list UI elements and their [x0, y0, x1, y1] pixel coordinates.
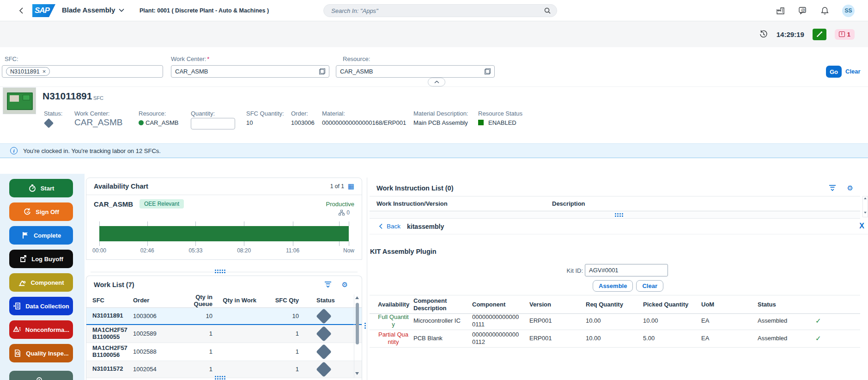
- status-diamond-icon: [316, 362, 332, 377]
- vertical-splitter[interactable]: [367, 178, 367, 380]
- close-icon[interactable]: X: [859, 222, 864, 230]
- sfc-quantity-value: 10: [246, 119, 253, 126]
- material-description-label: Material Description:: [413, 110, 468, 117]
- component-button[interactable]: Component: [9, 273, 73, 292]
- scroll-up-icon[interactable]: [355, 296, 359, 299]
- right-panel: Work Instruction List (0) ⚙ Work Instruc…: [370, 178, 868, 380]
- complete-button[interactable]: Complete: [9, 226, 73, 245]
- global-search-input[interactable]: Search In: "Apps": [323, 4, 557, 17]
- assembled-check-icon: ✓: [815, 315, 860, 327]
- app-title-menu[interactable]: Blade Assembly: [62, 6, 124, 14]
- grid-view-icon[interactable]: ▦: [348, 182, 354, 190]
- sfc-number: N31011891: [42, 91, 92, 102]
- collapse-header-button[interactable]: [428, 78, 445, 86]
- user-avatar[interactable]: SS: [842, 5, 855, 17]
- horizontal-splitter[interactable]: [370, 211, 860, 219]
- resource-input[interactable]: CAR_ASMB: [336, 65, 495, 78]
- value-help-icon[interactable]: [485, 68, 491, 74]
- scroll-down-icon[interactable]: [864, 212, 867, 214]
- assembled-check-icon: ✓: [815, 332, 860, 344]
- filter-icon[interactable]: [324, 281, 332, 288]
- kit-component-row[interactable]: Partial Quantity PCB Blank 0000000000000…: [370, 329, 860, 348]
- top-icon-group: @ SS: [776, 0, 855, 21]
- work-center-input[interactable]: CAR_ASMB: [171, 65, 329, 78]
- robot-arm-icon: [18, 278, 26, 287]
- work-list-scrollbar[interactable]: [354, 294, 360, 378]
- plugin-tab-title: kitassembly: [407, 223, 444, 230]
- sidebar-action-partial[interactable]: [9, 371, 73, 380]
- plant-facilities-icon[interactable]: [776, 6, 785, 15]
- material-label: Material:: [322, 110, 345, 117]
- start-button[interactable]: Start: [9, 179, 73, 197]
- work-list-panel: Work List (7) ⚙ SFC Order Qty in Queue Q…: [86, 276, 362, 380]
- chart-tick-label: 00:00: [92, 247, 106, 254]
- settings-gear-icon[interactable]: ⚙: [847, 184, 853, 192]
- kit-assembly-plugin-heading: KIT Assembly Plugin: [370, 248, 437, 255]
- work-center-value: CAR_ASMB: [74, 117, 123, 128]
- sfc-field-label: SFC:: [5, 55, 18, 62]
- panel-resize-handle[interactable]: [215, 270, 225, 273]
- sfc-token[interactable]: N31011891 ×: [6, 67, 50, 76]
- work-instruction-header: Work Instruction/Version Description: [370, 196, 860, 211]
- sign-off-icon: [23, 208, 31, 216]
- go-button[interactable]: Go: [826, 66, 842, 78]
- availability-timeline-chart[interactable]: 00:0002:4605:3308:2011:06Now: [99, 221, 349, 247]
- history-icon[interactable]: [759, 30, 768, 39]
- resource-status-label: Resource Status: [478, 110, 522, 117]
- message-badge[interactable]: ! 1: [835, 29, 855, 40]
- availability-status: Full Quantity: [378, 312, 413, 330]
- plugin-status-icon[interactable]: [813, 29, 826, 40]
- scroll-up-icon[interactable]: [864, 197, 867, 199]
- nonconformance-button[interactable]: Nonconforma...: [9, 320, 73, 339]
- chart-tick-label: 08:20: [237, 247, 251, 254]
- scroll-down-icon[interactable]: [355, 372, 359, 375]
- back-icon[interactable]: [18, 6, 26, 15]
- data-collection-button[interactable]: Data Collection: [9, 297, 73, 315]
- search-icon[interactable]: [544, 7, 551, 14]
- notifications-bell-icon[interactable]: [820, 6, 829, 15]
- feedback-chat-icon[interactable]: @: [798, 6, 807, 15]
- quantity-label: Quantity:: [191, 110, 215, 117]
- kit-component-row[interactable]: Full Quantity Microcontroller IC 0000000…: [370, 312, 860, 330]
- assemble-button[interactable]: Assemble: [593, 280, 633, 292]
- panel-resize-handle[interactable]: [215, 376, 225, 380]
- work-list-row[interactable]: MA1CH2F57B1100056 1002588 1 1: [86, 343, 362, 361]
- value-help-icon[interactable]: [319, 68, 325, 74]
- work-list-row[interactable]: MA1CH2F57B1100055 1002589 1 1: [86, 325, 362, 343]
- token-remove-icon[interactable]: ×: [42, 68, 46, 75]
- alert-message-icon: !: [839, 31, 845, 37]
- clear-button[interactable]: Clear: [845, 68, 861, 75]
- chevron-left-icon[interactable]: [379, 223, 383, 229]
- resource-field-label: Resource:: [343, 55, 370, 62]
- chart-tick-label: 02:46: [140, 247, 154, 254]
- quality-inspection-button[interactable]: Quality Inspe...: [9, 344, 73, 362]
- status-bar: 14:29:19 ! 1: [0, 21, 868, 47]
- work-instruction-scrollbar[interactable]: [862, 196, 868, 217]
- status-diamond-icon: [316, 308, 332, 324]
- flag-icon: [21, 231, 30, 239]
- kit-id-input[interactable]: AGV#0001: [585, 264, 668, 276]
- plugin-header-row: Back kitassembly X: [370, 219, 868, 234]
- productive-status-label: Productive: [326, 201, 354, 208]
- splitter-handle[interactable]: [364, 323, 366, 329]
- filter-icon[interactable]: [829, 184, 836, 191]
- work-center-label: Work Center:: [74, 110, 109, 117]
- quantity-input[interactable]: [191, 118, 235, 129]
- scrollbar-thumb[interactable]: [356, 303, 359, 344]
- log-buyoff-button[interactable]: Log Buyoff: [9, 250, 73, 268]
- productive-bar-segment[interactable]: [99, 226, 349, 241]
- resource-counter: 0: [346, 209, 350, 216]
- work-list-row[interactable]: N31011891 1003006 10 10: [86, 308, 362, 325]
- status-diamond-icon: [316, 344, 332, 360]
- availability-status: Partial Quantity: [378, 329, 413, 347]
- sfc-input[interactable]: N31011891 ×: [2, 65, 163, 78]
- info-icon: i: [10, 147, 18, 154]
- settings-gear-icon[interactable]: ⚙: [342, 281, 348, 289]
- clear-kit-button[interactable]: Clear: [636, 280, 663, 292]
- resource-active-dot: [139, 120, 144, 125]
- kit-table-header: Availability Component Description Compo…: [370, 295, 860, 314]
- resource-label: Resource:: [139, 110, 166, 117]
- sign-off-button[interactable]: Sign Off: [9, 202, 73, 221]
- back-link[interactable]: Back: [387, 223, 401, 230]
- info-banner-text: You're clocked in. You're tracking labor…: [23, 147, 161, 154]
